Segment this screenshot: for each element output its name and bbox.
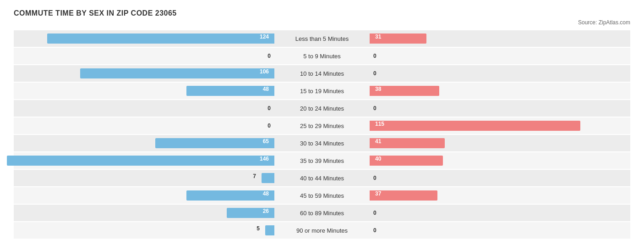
chart-row: 740 to 44 Minutes0 xyxy=(14,170,630,186)
value-male: 0 xyxy=(267,105,273,112)
page-title: COMMUTE TIME BY SEX IN ZIP CODE 23065 xyxy=(14,9,630,17)
value-female: 31 xyxy=(373,33,381,40)
bar-female: 38 xyxy=(370,86,439,96)
chart-row: 4815 to 19 Minutes38 xyxy=(14,83,630,99)
bar-male: 7 xyxy=(262,173,274,183)
bar-male: 106 xyxy=(80,68,274,78)
chart-row: 020 to 24 Minutes0 xyxy=(14,100,630,117)
row-label: 35 to 39 Minutes xyxy=(276,157,368,164)
chart-row: 025 to 29 Minutes115 xyxy=(14,117,630,134)
bar-male: 48 xyxy=(186,86,274,96)
bar-male: 146 xyxy=(7,156,274,166)
row-label: Less than 5 Minutes xyxy=(276,35,368,42)
row-label: 30 to 34 Minutes xyxy=(276,140,368,147)
bar-female: 31 xyxy=(370,33,426,44)
row-label: 90 or more Minutes xyxy=(276,227,368,234)
chart-row: 6530 to 34 Minutes41 xyxy=(14,135,630,151)
row-label: 40 to 44 Minutes xyxy=(276,175,368,182)
row-label: 20 to 24 Minutes xyxy=(276,105,368,112)
value-male: 0 xyxy=(267,123,273,129)
value-male: 48 xyxy=(263,190,271,197)
chart-row: 590 or more Minutes0 xyxy=(14,222,630,239)
value-female: 115 xyxy=(373,121,384,127)
value-female: 0 xyxy=(371,210,377,216)
bar-male: 26 xyxy=(227,208,274,218)
row-label: 15 to 19 Minutes xyxy=(276,88,368,95)
source-label: Source: ZipAtlas.com xyxy=(14,19,630,26)
bar-female: 37 xyxy=(370,190,437,201)
bar-male: 65 xyxy=(155,138,274,148)
value-female: 0 xyxy=(371,105,377,112)
value-male: 5 xyxy=(257,225,262,232)
chart-area: 124Less than 5 Minutes3105 to 9 Minutes0… xyxy=(14,30,630,239)
value-male: 65 xyxy=(263,138,271,145)
value-female: 40 xyxy=(373,156,381,162)
row-label: 45 to 59 Minutes xyxy=(276,192,368,199)
value-male: 26 xyxy=(263,208,271,214)
chart-row: 2660 to 89 Minutes0 xyxy=(14,205,630,221)
bar-female: 40 xyxy=(370,156,443,166)
bar-male: 48 xyxy=(186,190,274,201)
chart-row: 14635 to 39 Minutes40 xyxy=(14,152,630,169)
row-label: 60 to 89 Minutes xyxy=(276,210,368,217)
chart-row: 124Less than 5 Minutes31 xyxy=(14,30,630,47)
bar-male: 5 xyxy=(265,225,274,235)
value-female: 0 xyxy=(371,175,377,181)
row-label: 5 to 9 Minutes xyxy=(276,53,368,60)
value-male: 146 xyxy=(260,156,271,162)
value-female: 37 xyxy=(373,190,381,197)
value-male: 48 xyxy=(263,86,271,92)
value-male: 124 xyxy=(260,33,271,40)
value-female: 0 xyxy=(371,70,377,77)
value-female: 0 xyxy=(371,227,377,234)
bar-female: 41 xyxy=(370,138,445,148)
row-label: 10 to 14 Minutes xyxy=(276,70,368,77)
chart-row: 05 to 9 Minutes0 xyxy=(14,48,630,64)
value-female: 38 xyxy=(373,86,381,92)
value-male: 106 xyxy=(260,68,271,75)
value-male: 7 xyxy=(253,173,258,179)
chart-row: 10610 to 14 Minutes0 xyxy=(14,65,630,82)
value-female: 0 xyxy=(371,53,377,59)
row-label: 25 to 29 Minutes xyxy=(276,123,368,129)
value-male: 0 xyxy=(267,53,273,59)
chart-row: 4845 to 59 Minutes37 xyxy=(14,187,630,204)
value-female: 41 xyxy=(373,138,381,145)
bar-female: 115 xyxy=(370,121,580,131)
bar-male: 124 xyxy=(47,33,274,44)
